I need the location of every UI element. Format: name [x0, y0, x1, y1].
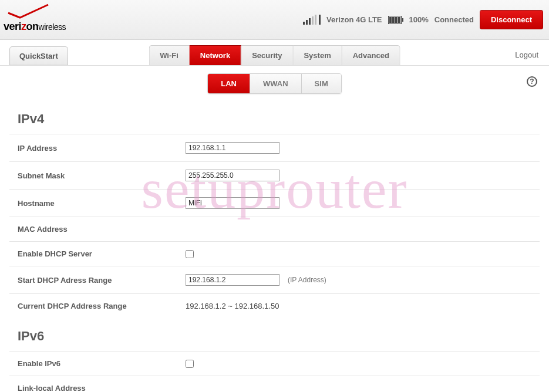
label-subnet-mask: Subnet Mask: [18, 171, 186, 180]
logo-text-sub: wireless: [39, 22, 66, 32]
sub-tabs: LAN WWAN SIM: [207, 73, 341, 94]
carrier-label: Verizon 4G LTE: [326, 15, 382, 24]
quickstart-tab[interactable]: QuickStart: [9, 46, 68, 65]
label-mac-address: MAC Address: [18, 225, 186, 234]
label-ip-address: IP Address: [18, 144, 186, 153]
input-ip-address[interactable]: [186, 142, 279, 154]
connection-state: Connected: [435, 15, 474, 24]
signal-strength-icon: [303, 15, 321, 25]
logo-text-post: on: [26, 21, 39, 32]
input-hostname[interactable]: [186, 197, 279, 209]
disconnect-button[interactable]: Disconnect: [480, 10, 543, 29]
logo-text-z: z: [21, 21, 26, 32]
verizon-logo: verizonwireless: [2, 4, 79, 36]
row-ip-address: IP Address: [9, 134, 540, 161]
tab-advanced[interactable]: Advanced: [342, 45, 400, 65]
row-mac-address: MAC Address: [9, 217, 540, 241]
tab-wifi[interactable]: Wi-Fi: [149, 45, 190, 65]
row-dhcp-current: Current DHCP Address Range 192.168.1.2 ~…: [9, 293, 540, 318]
label-enable-ipv6: Enable IPv6: [18, 359, 186, 368]
row-enable-ipv6: Enable IPv6: [9, 351, 540, 376]
label-hostname: Hostname: [18, 199, 186, 208]
row-link-local: Link-local Address: [9, 376, 540, 392]
row-subnet-mask: Subnet Mask: [9, 161, 540, 189]
logo-text-pre: veri: [4, 21, 21, 32]
nav-row: QuickStart Wi-Fi Network Security System…: [0, 40, 549, 66]
input-subnet-mask[interactable]: [186, 170, 279, 181]
tab-system[interactable]: System: [293, 45, 342, 65]
sub-tabs-row: LAN WWAN SIM ?: [0, 66, 549, 101]
tab-security[interactable]: Security: [241, 45, 293, 65]
value-dhcp-current: 192.168.1.2 ~ 192.168.1.50: [186, 302, 279, 310]
logout-link[interactable]: Logout: [515, 50, 538, 59]
battery-icon: [388, 16, 403, 24]
header-bar: verizonwireless Verizon 4G LTE 100% Conn…: [0, 0, 549, 40]
checkbox-enable-dhcp[interactable]: [186, 250, 194, 258]
ipv4-panel: IPv4 IP Address Subnet Mask Hostname MAC…: [0, 101, 549, 318]
input-dhcp-start[interactable]: [186, 274, 279, 286]
label-dhcp-start: Start DHCP Adress Range: [18, 276, 186, 285]
subtab-sim[interactable]: SIM: [301, 74, 341, 93]
battery-percent: 100%: [409, 15, 429, 24]
help-icon[interactable]: ?: [527, 76, 537, 87]
ipv6-panel: IPv6 Enable IPv6 Link-local Address: [0, 318, 549, 392]
row-dhcp-start: Start DHCP Adress Range (IP Address): [9, 266, 540, 293]
label-link-local: Link-local Address: [18, 384, 186, 392]
row-enable-dhcp: Enable DHCP Server: [9, 241, 540, 266]
checkbox-enable-ipv6[interactable]: [186, 360, 194, 368]
label-dhcp-current: Current DHCP Address Range: [18, 302, 186, 310]
label-enable-dhcp: Enable DHCP Server: [18, 249, 186, 258]
logo-checkmark-icon: [2, 4, 49, 21]
ipv4-title: IPv4: [9, 101, 540, 134]
tab-network[interactable]: Network: [190, 45, 241, 65]
ipv6-title: IPv6: [9, 318, 540, 351]
subtab-lan[interactable]: LAN: [208, 74, 250, 93]
subtab-wwan[interactable]: WWAN: [250, 74, 301, 93]
main-tabs: Wi-Fi Network Security System Advanced: [149, 45, 400, 65]
row-hostname: Hostname: [9, 189, 540, 217]
status-area: Verizon 4G LTE 100% Connected Disconnect: [303, 10, 543, 29]
content-area: LAN WWAN SIM ? setuprouter IPv4 IP Addre…: [0, 66, 549, 392]
hint-dhcp-start: (IP Address): [288, 276, 326, 284]
